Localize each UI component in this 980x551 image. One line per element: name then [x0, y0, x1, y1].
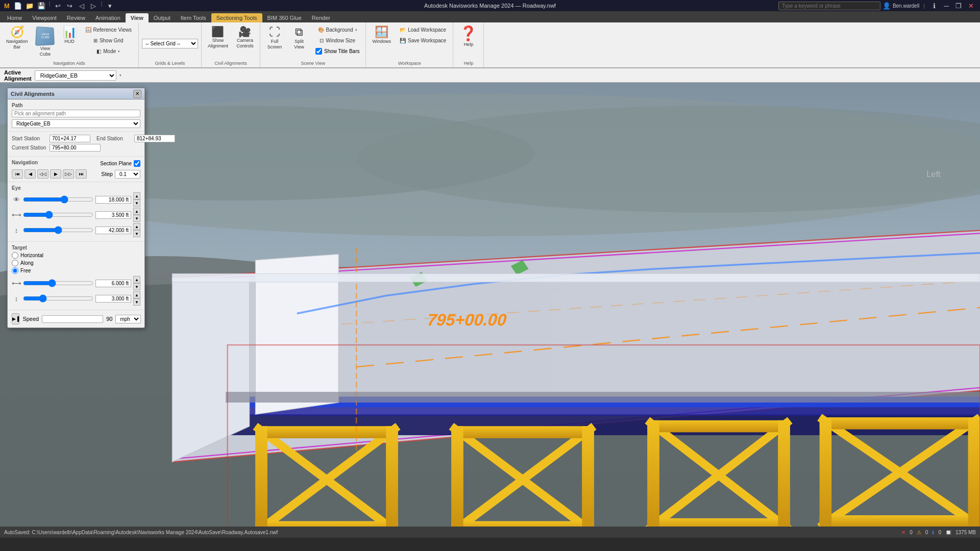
current-station-input[interactable]: [50, 144, 101, 152]
full-screen-btn[interactable]: ⛶ FullScreen: [263, 24, 286, 52]
info-btn[interactable]: ℹ: [929, 1, 939, 11]
active-alignment-select[interactable]: RidgeGate_EB: [35, 70, 116, 81]
target-free-radio[interactable]: [12, 267, 18, 274]
forward-btn[interactable]: ▷: [88, 1, 99, 11]
hud-label: HUD: [64, 39, 75, 44]
split-view-btn[interactable]: ⧉ SplitView: [288, 24, 310, 52]
target-v2-slider[interactable]: [23, 295, 93, 302]
eye-y-down[interactable]: ▼: [133, 215, 140, 222]
show-title-bars-checkbox[interactable]: [315, 48, 322, 55]
eye-x-slider[interactable]: [23, 196, 93, 203]
svg-rect-34: [451, 521, 594, 527]
tab-view[interactable]: View: [126, 13, 149, 22]
path-input[interactable]: [12, 110, 140, 117]
svg-rect-55: [820, 417, 980, 429]
target-v2-down[interactable]: ▼: [133, 298, 140, 306]
step-label: Step: [101, 171, 113, 177]
eye-z-down[interactable]: ▼: [133, 230, 140, 237]
undo-btn[interactable]: ↩: [53, 1, 63, 11]
save-workspace-btn[interactable]: 💾 Save Workspace: [396, 36, 450, 45]
tab-review[interactable]: Review: [62, 13, 90, 22]
end-station-input[interactable]: [134, 135, 175, 142]
hud-btn[interactable]: 📊 HUD: [60, 24, 80, 46]
help-btn[interactable]: ❓ Help: [456, 24, 480, 49]
tab-render[interactable]: Render: [307, 13, 335, 22]
section-plane-label: Section Plane: [100, 161, 132, 166]
civil-alignments-panel: Civil Alignments ✕ Path RidgeGate_EB Sta…: [7, 88, 145, 328]
show-alignment-btn[interactable]: ⬛ ShowAlignment: [205, 24, 231, 51]
restore-btn[interactable]: ❒: [953, 1, 964, 11]
open-btn[interactable]: 📁: [24, 1, 35, 11]
tab-animation[interactable]: Animation: [90, 13, 126, 22]
redo-btn[interactable]: ↪: [65, 1, 75, 11]
group-civil-alignments: ⬛ ShowAlignment 🎥 CameraControls Civil A…: [202, 22, 260, 67]
nav-prev-btn[interactable]: ◀: [24, 169, 36, 179]
target-v1-up[interactable]: ▲: [133, 276, 140, 283]
new-btn[interactable]: 📄: [13, 1, 23, 11]
civil-panel-close-btn[interactable]: ✕: [133, 90, 141, 98]
more-btn[interactable]: ▾: [105, 1, 115, 11]
tab-item-tools[interactable]: Item Tools: [176, 13, 211, 22]
load-workspace-btn[interactable]: 📂 Load Workspace: [396, 26, 450, 34]
target-section: Target Horizontal Along Free: [8, 242, 144, 310]
eye-x-down[interactable]: ▼: [133, 199, 140, 207]
back-btn[interactable]: ◁: [77, 1, 87, 11]
minimize-btn[interactable]: ─: [941, 1, 951, 11]
tab-home[interactable]: Home: [2, 13, 27, 22]
info-count: 0: [938, 530, 941, 535]
viewport[interactable]: 795+00.00 Left Civil Alignments ✕ Path R…: [0, 83, 980, 527]
windows-btn[interactable]: 🪟 Windows: [369, 24, 394, 46]
target-v2-up[interactable]: ▲: [133, 291, 140, 298]
navigation-section: Navigation Section Plane ⏮ ◀ ◁◁ ▶ ▷▷ ⏭: [8, 157, 144, 182]
target-along-label: Along: [20, 260, 34, 266]
camera-controls-btn[interactable]: 🎥 CameraControls: [233, 24, 257, 51]
eye-z-up[interactable]: ▲: [133, 223, 140, 230]
start-station-input[interactable]: [50, 135, 90, 142]
nav-fwd-play-btn[interactable]: ▷▷: [63, 169, 74, 179]
nav-play-btn[interactable]: ▶: [50, 169, 61, 179]
background-btn[interactable]: 🎨 Background ▾: [312, 26, 362, 34]
target-v1-slider[interactable]: [23, 280, 93, 287]
nav-last-btn[interactable]: ⏭: [76, 169, 87, 179]
tab-output[interactable]: Output: [149, 13, 176, 22]
eye-y-up[interactable]: ▲: [133, 208, 140, 215]
eye-y-slider[interactable]: [23, 211, 93, 218]
grid-select[interactable]: -- Select Grid --: [142, 39, 198, 48]
svg-rect-35: [451, 427, 463, 527]
eye-label: Eye: [12, 185, 140, 191]
search-input[interactable]: [778, 2, 880, 10]
nav-rev-play-btn[interactable]: ◁◁: [37, 169, 48, 179]
navigation-bar-icon: 🧭: [10, 27, 24, 38]
svg-rect-47: [778, 420, 790, 527]
show-title-bars-row[interactable]: Show Title Bars: [312, 47, 362, 56]
play-speed-btn[interactable]: ▶▐: [12, 313, 19, 324]
target-horizontal-radio[interactable]: [12, 252, 18, 259]
target-along-radio[interactable]: [12, 260, 18, 266]
speed-section: ▶▐ Speed 90 mph km/h: [8, 310, 144, 328]
navigation-bar-btn[interactable]: 🧭 NavigationBar: [3, 24, 31, 52]
view-cube-btn[interactable]: VIEWCUBE ViewCube: [33, 24, 58, 59]
step-control: Step 0.1 0.5 1.0: [101, 170, 140, 179]
step-select[interactable]: 0.1 0.5 1.0: [115, 170, 140, 179]
target-v1-down[interactable]: ▼: [133, 283, 140, 290]
window-size-btn[interactable]: ⊡ Window Size: [312, 36, 362, 45]
speed-unit-select[interactable]: mph km/h: [115, 315, 141, 323]
load-workspace-icon: 📂: [400, 27, 406, 33]
eye-z-slider[interactable]: [23, 227, 93, 234]
save-btn[interactable]: 💾: [36, 1, 46, 11]
tab-viewpoint[interactable]: Viewpoint: [27, 13, 62, 22]
tab-bim360[interactable]: BIM 360 Glue: [262, 13, 307, 22]
close-btn[interactable]: ✕: [966, 1, 976, 11]
tab-sectioning-tools[interactable]: Sectioning Tools: [211, 13, 262, 22]
station-section: Start Station End Station Current Statio…: [8, 132, 144, 157]
nav-first-btn[interactable]: ⏮: [12, 169, 23, 179]
speed-input[interactable]: [42, 315, 103, 323]
status-bar: AutoSaved: C:\Users\wardelb\AppData\Roam…: [0, 527, 980, 538]
eye-x-up[interactable]: ▲: [133, 192, 140, 199]
eye-section: Eye 👁 18.000 ft ▲ ▼ ⟷ 3.500 ft ▲: [8, 182, 144, 242]
reference-views-btn[interactable]: 🪟 Reference Views: [82, 26, 135, 34]
path-select[interactable]: RidgeGate_EB: [12, 119, 140, 128]
section-plane-checkbox[interactable]: [134, 160, 140, 167]
show-grid-btn[interactable]: ⊞ Show Grid: [82, 36, 135, 45]
mode-btn[interactable]: ◧ Mode ▾: [82, 47, 135, 56]
